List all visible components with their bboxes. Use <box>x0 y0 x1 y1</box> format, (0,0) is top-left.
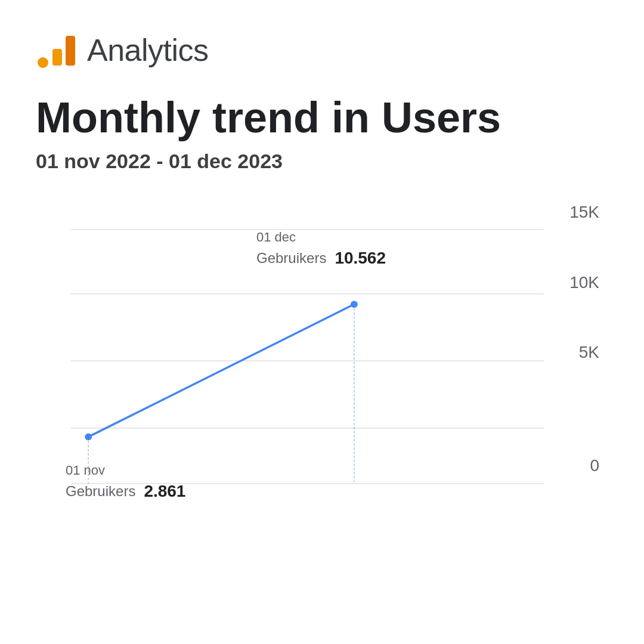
tooltip-nov-row: Gebruikers 2.861 <box>66 482 185 501</box>
tooltip-nov-date: 01 nov <box>66 463 185 478</box>
tooltip-dec: 01 dec Gebruikers 10.562 <box>256 230 386 268</box>
tooltip-nov-label: Gebruikers <box>66 483 135 500</box>
logo-text: Analytics <box>87 32 209 68</box>
logo-row: Analytics <box>36 30 608 70</box>
tooltip-nov-value: 2.861 <box>144 482 185 501</box>
chart-area: 15K 10K 5K 0 01 dec Gebruikers 10.562 01… <box>36 203 608 537</box>
page-title: Monthly trend in Users <box>36 94 608 141</box>
y-axis-label-5k: 5K <box>579 343 599 362</box>
tooltip-dec-row: Gebruikers 10.562 <box>256 249 386 268</box>
tooltip-dec-value: 10.562 <box>335 249 386 268</box>
svg-line-8 <box>88 304 354 436</box>
y-axis-label-0: 0 <box>590 456 599 475</box>
analytics-icon <box>36 30 76 70</box>
tooltip-nov: 01 nov Gebruikers 2.861 <box>66 463 185 501</box>
svg-rect-1 <box>52 49 62 66</box>
svg-point-0 <box>38 57 48 68</box>
y-axis-label-15k: 15K <box>569 203 599 222</box>
date-range: 01 nov 2022 - 01 dec 2023 <box>36 150 608 173</box>
y-axis-label-10k: 10K <box>569 273 599 292</box>
tooltip-dec-date: 01 dec <box>256 230 386 245</box>
svg-rect-2 <box>66 36 75 66</box>
main-container: Analytics Monthly trend in Users 01 nov … <box>0 0 644 644</box>
tooltip-dec-label: Gebruikers <box>256 250 326 267</box>
svg-point-9 <box>351 301 358 308</box>
